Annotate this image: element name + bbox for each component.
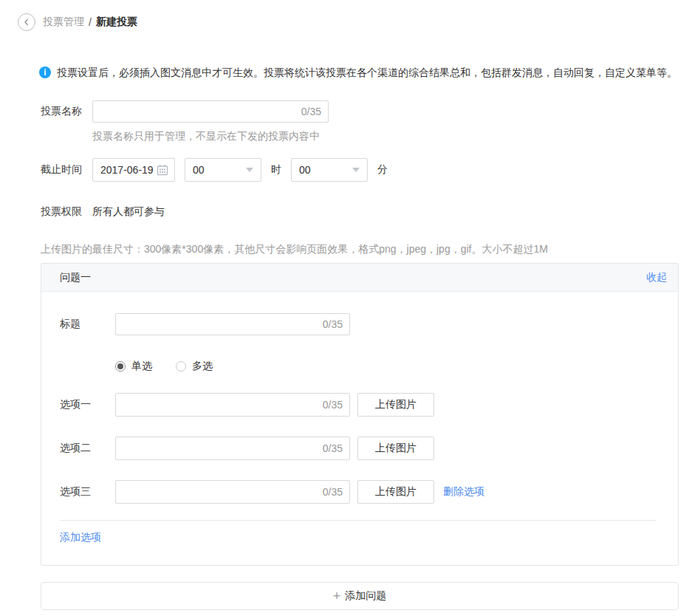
option-2-upload-button[interactable]: 上传图片 <box>357 437 434 460</box>
option-row-1: 选项一 0/35 上传图片 <box>60 393 659 417</box>
radio-multi-label: 多选 <box>192 360 213 373</box>
add-option-link[interactable]: 添加选项 <box>60 531 101 544</box>
vote-name-hint: 投票名称只用于管理，不显示在下发的投票内容中 <box>92 130 689 143</box>
option-2-input[interactable] <box>115 437 350 460</box>
minute-select[interactable]: 00 <box>291 158 368 182</box>
add-question-button[interactable]: + 添加问题 <box>41 582 679 610</box>
vote-name-row: 投票名称 0/35 <box>41 100 689 123</box>
breadcrumb-current: 新建投票 <box>96 16 137 29</box>
option-2-label: 选项二 <box>60 442 115 455</box>
hour-value: 00 <box>193 164 205 176</box>
deadline-label: 截止时间 <box>41 163 92 177</box>
permission-label: 投票权限 <box>41 205 92 219</box>
option-3-upload-button[interactable]: 上传图片 <box>357 480 434 504</box>
permission-value: 所有人都可参与 <box>92 205 165 219</box>
chevron-left-icon <box>22 18 31 27</box>
back-button[interactable] <box>18 13 35 31</box>
permission-row: 投票权限 所有人都可参与 <box>41 205 689 219</box>
plus-icon: + <box>333 589 341 603</box>
breadcrumb-separator: / <box>89 16 92 28</box>
question-panel-header: 问题一 收起 <box>41 264 678 292</box>
vote-name-label: 投票名称 <box>41 105 92 118</box>
delete-option-link[interactable]: 删除选项 <box>443 485 484 499</box>
date-picker[interactable]: 2017-06-19 <box>92 158 175 182</box>
hour-select[interactable]: 00 <box>185 158 261 182</box>
hour-unit-label: 时 <box>271 163 281 177</box>
breadcrumb: 投票管理 / 新建投票 <box>0 0 689 31</box>
notice-bar: i 投票设置后，必须插入图文消息中才可生效。投票将统计该投票在各个渠道的综合结果… <box>39 65 689 80</box>
option-row-3: 选项三 0/35 上传图片 删除选项 <box>60 480 659 504</box>
info-icon: i <box>39 66 51 78</box>
question-panel: 问题一 收起 标题 0/35 单选 多选 选项一 0/35 <box>41 263 679 566</box>
date-value: 2017-06-19 <box>100 164 154 176</box>
question-title-row: 标题 0/35 <box>60 313 659 335</box>
notice-text: 投票设置后，必须插入图文消息中才可生效。投票将统计该投票在各个渠道的综合结果总和… <box>57 65 677 80</box>
minute-unit-label: 分 <box>377 163 388 177</box>
choice-type-row: 单选 多选 <box>60 360 659 373</box>
question-title-label: 标题 <box>60 318 115 331</box>
add-question-label: 添加问题 <box>345 589 386 603</box>
option-row-2: 选项二 0/35 上传图片 <box>60 437 659 460</box>
option-3-input[interactable] <box>115 480 350 504</box>
option-1-label: 选项一 <box>60 398 115 411</box>
breadcrumb-parent[interactable]: 投票管理 <box>43 16 84 29</box>
question-panel-body: 标题 0/35 单选 多选 选项一 0/35 上传图片 <box>41 313 678 565</box>
radio-unselected-icon <box>176 361 186 372</box>
question-title-input[interactable] <box>115 313 350 335</box>
upload-size-tip: 上传图片的最佳尺寸：300像素*300像素，其他尺寸会影响页面效果，格式png，… <box>41 243 689 256</box>
collapse-link[interactable]: 收起 <box>646 271 667 284</box>
option-1-upload-button[interactable]: 上传图片 <box>357 393 434 417</box>
option-1-input[interactable] <box>115 393 350 417</box>
divider <box>60 520 657 521</box>
radio-single-label: 单选 <box>131 360 152 373</box>
question-title: 问题一 <box>60 271 91 284</box>
option-3-label: 选项三 <box>60 485 115 499</box>
deadline-row: 截止时间 2017-06-19 00 时 00 分 <box>41 158 689 182</box>
chevron-down-icon <box>246 168 253 172</box>
radio-selected-icon <box>115 361 126 372</box>
radio-multi-choice[interactable]: 多选 <box>176 360 213 373</box>
chevron-down-icon <box>352 168 360 172</box>
minute-value: 00 <box>299 164 311 176</box>
calendar-icon <box>157 164 168 176</box>
vote-name-input[interactable] <box>92 100 329 123</box>
radio-single-choice[interactable]: 单选 <box>115 360 152 373</box>
